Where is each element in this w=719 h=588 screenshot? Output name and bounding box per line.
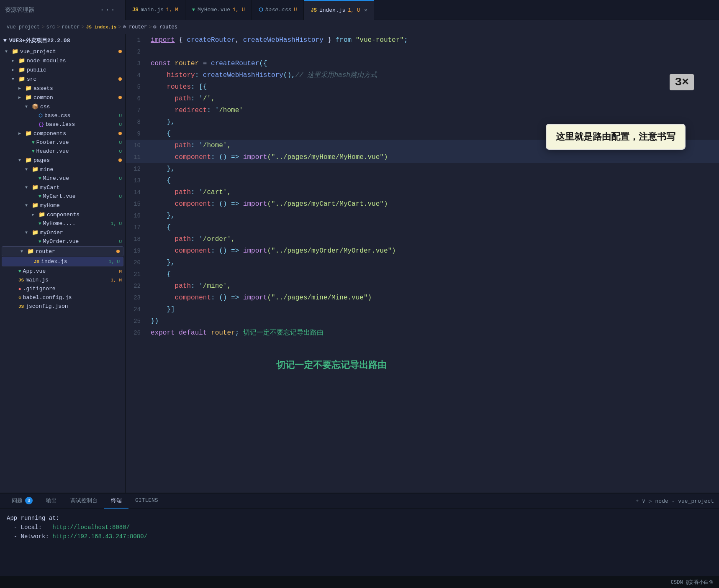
bottom-tab-output[interactable]: 输出 — [39, 493, 64, 509]
vue-icon: ▼ — [192, 7, 195, 13]
chevron-icon: ▶ — [32, 212, 37, 217]
tree-item-myHome[interactable]: ▼📁myHome — [0, 201, 125, 210]
sidebar-menu-dots[interactable]: ··· — [100, 6, 116, 14]
tree-item-Footer_vue[interactable]: ▼Footer.vueU — [0, 138, 125, 147]
editor-tab-base_css[interactable]: ⬡base.css U — [252, 0, 304, 20]
editor-tab-main_js[interactable]: JSmain.js 1, M — [126, 0, 185, 20]
tree-item-MyOrder_vue[interactable]: ▼MyOrder.vueU — [0, 237, 125, 246]
code-line-18: 18 path: '/order', — [126, 233, 719, 245]
code-editor[interactable]: 1import { createRouter, createWebHashHis… — [126, 34, 719, 493]
code-token: path — [151, 189, 191, 196]
tree-item-App_vue[interactable]: ▼App.vueM — [0, 267, 125, 276]
breadcrumb-file: JS index.js — [86, 25, 117, 30]
tree-item-main_js[interactable]: JSmain.js1, M — [0, 276, 125, 284]
folder-icon: 📁 — [25, 85, 32, 92]
line-number: 24 — [126, 304, 147, 315]
terminal-content[interactable]: App running at: - Local: http://localhos… — [0, 509, 719, 576]
tree-item-jsconfig_json[interactable]: JSjsconfig.json — [0, 302, 125, 311]
code-token: }, — [151, 165, 175, 173]
bottom-tab-problems[interactable]: 问题3 — [5, 493, 39, 509]
tree-item-assets[interactable]: ▶📁assets — [0, 84, 125, 93]
file-type-icon: ▼ — [39, 194, 41, 199]
tree-item-public[interactable]: ▶📁public — [0, 65, 125, 74]
code-line-7: 7 redirect: '/home' — [126, 105, 719, 116]
tab-badge: U — [294, 7, 297, 13]
line-number: 7 — [126, 105, 147, 116]
code-token: createRouter — [187, 36, 235, 44]
editor-tab-index_js[interactable]: JSindex.js 1, U✕ — [304, 0, 374, 20]
code-token: /home — [203, 142, 223, 149]
breadcrumb-sep: > — [149, 24, 152, 30]
code-token: /home — [219, 107, 239, 114]
tree-item-mine[interactable]: ▼📁mine — [0, 165, 125, 174]
tree-item-myCart[interactable]: ▼📁myCart — [0, 183, 125, 192]
chevron-icon: ▼ — [21, 249, 26, 254]
close-tab-icon[interactable]: ✕ — [364, 7, 367, 13]
tree-item-components[interactable]: ▶📁components — [0, 129, 125, 138]
bottom-tab-gitlens[interactable]: GITLENS — [128, 493, 165, 509]
tree-item-pages[interactable]: ▼📁pages — [0, 156, 125, 165]
bottom-tab-label: GITLENS — [135, 497, 158, 504]
folder-icon: 📁 — [18, 76, 25, 82]
line-number: 16 — [126, 210, 147, 222]
line-content: redirect: '/home' — [147, 105, 719, 116]
editor-tab-MyHome_vue[interactable]: ▼MyHome.vue 1, U — [185, 0, 252, 20]
line-number: 19 — [126, 245, 147, 257]
modified-badge — [118, 159, 122, 162]
sidebar-title: 资源管理器 — [5, 6, 34, 14]
tree-item-css[interactable]: ▼📦css — [0, 102, 125, 111]
line-content: component: () => import("../pages/myOrde… — [147, 245, 719, 257]
terminal-url[interactable]: http://localhost:8080/ — [52, 524, 130, 531]
code-area[interactable]: 1import { createRouter, createWebHashHis… — [126, 34, 719, 493]
code-token: createRouter — [211, 60, 259, 67]
css-icon: ⬡ — [259, 7, 263, 13]
tree-item-Header_vue[interactable]: ▼Header.vueU — [0, 147, 125, 156]
tree-item-myOrder[interactable]: ▼📁myOrder — [0, 228, 125, 237]
file-badge: U — [119, 140, 122, 145]
code-token: const — [151, 60, 175, 67]
line-number: 9 — [126, 128, 147, 140]
tree-item-MyCart_vue[interactable]: ▼MyCart.vueU — [0, 192, 125, 201]
file-name: components — [47, 212, 122, 218]
breadcrumb-symbol2: ⚙ routes — [153, 24, 177, 30]
file-name: src — [27, 76, 115, 82]
tree-item-router[interactable]: ▼📁router — [2, 246, 123, 256]
code-token: : () — [211, 200, 231, 208]
terminal-line-1: - Local: http://localhost:8080/ — [7, 523, 712, 532]
file-name: babel.config.js — [23, 294, 122, 301]
tree-item-MyHome_vue[interactable]: ▼MyHome....1, U — [0, 219, 125, 228]
code-token: ("../pages/myCart/MyCart.vue") — [267, 200, 388, 208]
tree-item-Mine_vue[interactable]: ▼Mine.vueU — [0, 174, 125, 183]
code-token: ', — [223, 189, 231, 196]
code-token: ; — [404, 36, 408, 44]
code-line-26: 26export default router; 切记一定不要忘记导出路由 — [126, 327, 719, 339]
code-token: , — [235, 36, 243, 44]
code-token: : ' — [191, 95, 203, 102]
tree-item-base_css[interactable]: ⬡base.cssU — [0, 111, 125, 120]
tree-item-src[interactable]: ▼📁src — [0, 74, 125, 84]
code-token: } — [324, 36, 336, 44]
file-name: node_modules — [27, 58, 122, 64]
breadcrumb-symbol: ⊙ router — [123, 24, 147, 30]
code-token: redirect — [151, 107, 207, 114]
tree-item-common[interactable]: ▶📁common — [0, 93, 125, 102]
chevron-icon: ▶ — [18, 131, 23, 136]
add-terminal-button[interactable]: + ∨ — [636, 498, 645, 504]
bottom-tab-debug[interactable]: 调试控制台 — [64, 493, 104, 509]
tree-item-index_js[interactable]: JSindex.js1, U — [2, 257, 123, 266]
tree-item-babel_config[interactable]: ⚙babel.config.js — [0, 293, 125, 302]
tree-item-node_modules[interactable]: ▶📁node_modules — [0, 56, 125, 65]
tree-item-base_less[interactable]: {}base.lessU — [0, 120, 125, 129]
tree-item-components2[interactable]: ▶📁components — [0, 210, 125, 219]
code-line-19: 19 component: () => import("../pages/myO… — [126, 245, 719, 257]
file-type-icon: ⬡ — [39, 113, 43, 118]
breadcrumb-part: router — [62, 24, 80, 30]
file-type-icon: {} — [39, 122, 44, 127]
run-node-button[interactable]: ▷ node - vue_project — [649, 498, 714, 504]
project-header[interactable]: ▼ VUE3+外卖项目22.2.08 — [0, 34, 125, 47]
terminal-url[interactable]: http://192.168.43.247:8080/ — [52, 533, 147, 540]
tree-item-gitignore[interactable]: ◆.gitignore — [0, 284, 125, 293]
file-name: common — [33, 95, 115, 101]
tree-item-vue_project[interactable]: ▼📁vue_project — [0, 47, 125, 56]
bottom-tab-terminal[interactable]: 终端 — [104, 493, 128, 509]
